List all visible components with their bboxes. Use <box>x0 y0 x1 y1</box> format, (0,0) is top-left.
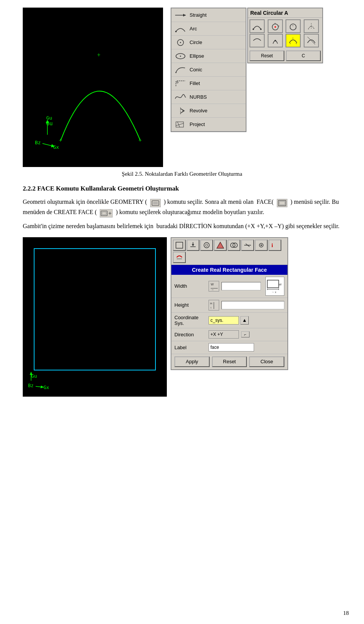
svg-rect-69 <box>267 280 279 288</box>
geometry-item-straight[interactable]: Straight <box>171 8 246 22</box>
label-label: Label <box>174 345 209 350</box>
width-preview: W → x <box>265 277 284 296</box>
svg-text:W: W <box>279 283 282 286</box>
cad-viewport-bottom: Gu Bz Gx <box>23 237 167 397</box>
geometry-item-nurbs[interactable]: NURBS <box>171 90 246 104</box>
svg-point-55 <box>206 244 208 246</box>
circular-arc-panel: Real Circular A + + <box>247 8 323 63</box>
nurbs-label: NURBS <box>190 94 207 100</box>
conic-icon <box>174 65 187 75</box>
ellipse-icon <box>174 51 187 61</box>
svg-text:Gx: Gx <box>53 144 59 150</box>
conic-label: Conic <box>190 67 202 72</box>
face-header-text: Create Real Rectangular Face <box>192 267 267 273</box>
svg-line-49 <box>36 386 44 387</box>
arc-icon <box>174 24 187 34</box>
arc-btn-3[interactable]: + + + <box>286 19 301 33</box>
svg-point-10 <box>175 31 177 32</box>
toolbar-btn-1[interactable] <box>173 240 186 251</box>
svg-text:↑: ↑ <box>210 306 212 310</box>
geometry-item-ellipse[interactable]: Ellipse <box>171 49 246 63</box>
revolve-label: Revolve <box>190 108 207 113</box>
page-number-text: 18 <box>343 610 349 616</box>
direction-input[interactable] <box>209 330 239 339</box>
toolbar-btn-4[interactable] <box>214 240 227 251</box>
geometry-item-project[interactable]: Project <box>171 118 246 131</box>
svg-rect-45 <box>34 249 155 370</box>
arc-btn-8[interactable] <box>304 34 319 47</box>
svg-text:+: + <box>278 24 280 28</box>
project-icon <box>174 119 187 130</box>
toolbar-btn-8[interactable]: i <box>268 240 281 251</box>
svg-rect-51 <box>176 242 183 248</box>
toolbar-btn-6[interactable] <box>241 240 254 251</box>
svg-text:+: + <box>97 52 100 58</box>
coord-sys-input[interactable] <box>209 316 239 325</box>
section-heading: 2.2.2 FACE Komutu Kullanılarak Geometri … <box>23 185 341 192</box>
toolbar-btn-7[interactable] <box>255 240 268 251</box>
face-panel-header: Create Real Rectangular Face <box>171 265 287 275</box>
circle-menu-icon <box>174 37 187 48</box>
straight-line-icon <box>174 10 187 20</box>
height-icon: H ↑ <box>209 301 218 310</box>
toolbar-btn-9[interactable] <box>173 252 186 263</box>
circle-label: Circle <box>190 39 202 45</box>
svg-text:Bz: Bz <box>35 140 41 145</box>
svg-text:Gu: Gu <box>31 373 37 379</box>
arc-btn-2[interactable]: + + <box>268 19 283 33</box>
geometry-item-conic[interactable]: Conic <box>171 63 246 77</box>
svg-rect-38 <box>153 202 158 204</box>
direction-corner-icon[interactable]: ⌐ <box>241 331 249 337</box>
svg-text:H: H <box>210 302 212 305</box>
reset-face-button[interactable]: Reset <box>212 356 247 367</box>
close-label: Close <box>260 359 273 364</box>
svg-text:+: + <box>292 36 294 40</box>
svg-text:+: + <box>59 137 62 143</box>
svg-point-12 <box>180 42 181 43</box>
apply-label: Apply <box>186 359 198 364</box>
arc-btn-7[interactable]: + + + <box>286 34 301 47</box>
top-figure: Gu Bz Gx + + + <box>23 8 341 167</box>
geometry-item-arc[interactable]: Arc <box>171 22 246 36</box>
svg-text:Bz: Bz <box>28 383 33 388</box>
reset-face-label: Reset <box>223 359 236 364</box>
svg-line-3 <box>42 143 53 146</box>
direction-label: Direction <box>174 332 209 337</box>
svg-text:+: + <box>289 42 291 45</box>
svg-text:Gu: Gu <box>46 115 52 121</box>
heading-text: 2.2.2 FACE Komutu Kullanılarak Geometri … <box>23 185 179 192</box>
arc-btn-5[interactable] <box>249 34 265 47</box>
svg-text:+: + <box>295 42 297 45</box>
svg-point-22 <box>260 28 262 30</box>
c-label: C <box>302 53 305 58</box>
toolbar-btn-5[interactable] <box>228 240 240 251</box>
arc-btn-6[interactable] <box>268 34 283 47</box>
label-input[interactable] <box>209 343 254 351</box>
geometry-item-revolve[interactable]: Revolve <box>171 104 246 118</box>
toolbar-btn-3[interactable] <box>200 240 213 251</box>
arc-btn-4[interactable] <box>304 19 319 33</box>
geometry-item-fillet[interactable]: Fillet <box>171 77 246 90</box>
svg-point-24 <box>275 26 276 28</box>
svg-line-20 <box>176 123 184 126</box>
apply-button[interactable]: Apply <box>174 356 210 367</box>
width-label: Width <box>174 283 209 289</box>
close-button[interactable]: Close <box>249 356 284 367</box>
svg-point-16 <box>177 82 178 83</box>
arc-btn-1[interactable] <box>249 19 265 33</box>
fillet-label: Fillet <box>190 80 200 86</box>
width-input[interactable] <box>221 282 261 290</box>
coord-up-button[interactable]: ▲ <box>240 316 249 325</box>
geometry-item-circle[interactable]: Circle <box>171 36 246 49</box>
svg-point-63 <box>260 244 262 246</box>
toolbar-btn-2[interactable] <box>187 240 199 251</box>
reset-label: Reset <box>261 53 273 58</box>
height-row: Height H ↑ <box>171 298 287 313</box>
svg-text:→ x: → x <box>271 291 276 293</box>
body-paragraph-1: Geometri oluşturmak için öncelikle GEOME… <box>23 197 341 217</box>
reset-button[interactable]: Reset <box>249 50 284 61</box>
c-button[interactable]: C <box>286 50 321 61</box>
height-input[interactable] <box>221 301 284 309</box>
width-row: Width W → W <box>171 275 287 298</box>
nurbs-icon <box>174 92 187 102</box>
